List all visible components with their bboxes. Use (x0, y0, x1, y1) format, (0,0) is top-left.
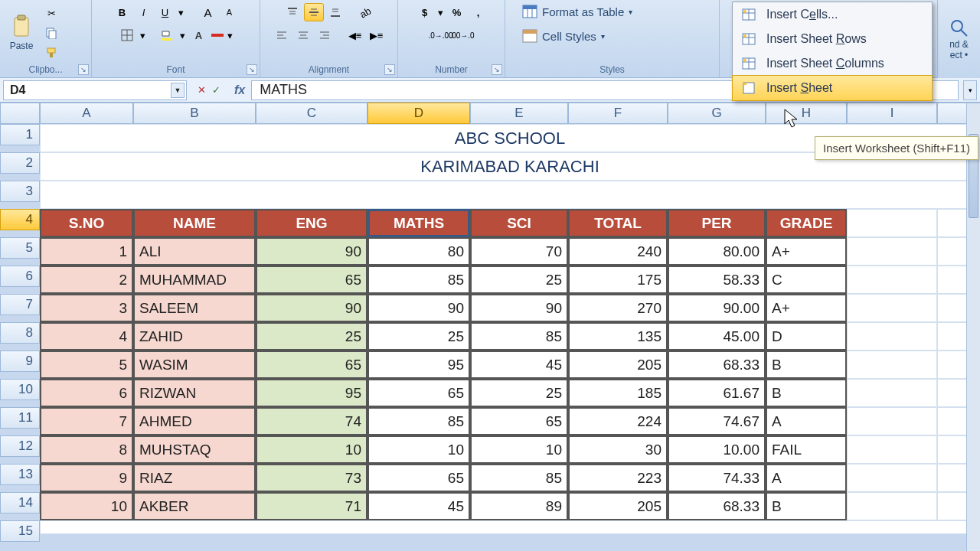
row-header-1[interactable]: 1 (0, 124, 40, 145)
cell-per[interactable]: 10.00 (668, 435, 766, 464)
cell-sci[interactable]: 10 (470, 435, 568, 464)
cell-total[interactable]: 205 (568, 350, 668, 379)
row-header-15[interactable]: 15 (0, 520, 40, 542)
shrink-font-button[interactable]: A (220, 3, 240, 21)
cell-per[interactable]: 61.67 (668, 379, 766, 407)
cell-eng[interactable]: 73 (256, 464, 368, 492)
copy-button[interactable] (41, 24, 61, 42)
align-center-button[interactable] (293, 26, 313, 44)
fx-button[interactable]: fx (228, 83, 251, 97)
table-header-s.no[interactable]: S.NO (40, 209, 133, 237)
cell-total[interactable]: 185 (568, 379, 668, 407)
cell-grade[interactable]: A (766, 464, 847, 492)
cell-sci[interactable]: 45 (470, 350, 568, 379)
cell-sno[interactable]: 8 (40, 435, 133, 464)
cell-eng[interactable]: 71 (256, 492, 368, 520)
select-all-corner[interactable] (0, 103, 40, 124)
cell-sno[interactable]: 2 (40, 266, 133, 294)
name-box-dropdown[interactable]: ▼ (171, 83, 185, 98)
row-header-11[interactable]: 11 (0, 407, 40, 429)
percent-button[interactable]: % (447, 3, 467, 21)
row-header-13[interactable]: 13 (0, 464, 40, 485)
cell-total[interactable]: 135 (568, 322, 668, 350)
cut-button[interactable]: ✂ (41, 4, 61, 22)
table-header-grade[interactable]: GRADE (766, 209, 847, 237)
row-header-10[interactable]: 10 (0, 379, 40, 400)
cell-name[interactable]: MUHSTAQ (133, 435, 256, 464)
row-header-5[interactable]: 5 (0, 237, 40, 259)
menu-item-insert-3[interactable]: Insert Sheet (732, 75, 933, 101)
cell-sci[interactable]: 85 (470, 322, 568, 350)
cell-per[interactable]: 68.33 (668, 350, 766, 379)
row-header-9[interactable]: 9 (0, 350, 40, 372)
accept-formula-button[interactable]: ✓ (212, 84, 220, 96)
column-header-G[interactable]: G (668, 103, 766, 124)
cell-maths[interactable]: 45 (368, 492, 470, 520)
cell-name[interactable]: MUHAMMAD (133, 266, 256, 294)
borders-dropdown[interactable]: ▾ (139, 26, 148, 44)
cell-sci[interactable]: 25 (470, 266, 568, 294)
table-header-sci[interactable]: SCI (470, 209, 568, 237)
cell-grade[interactable]: C (766, 266, 847, 294)
increase-decimal-button[interactable]: .0→.00 (431, 26, 451, 44)
menu-item-insert-1[interactable]: Insert Sheet Rows (733, 27, 932, 51)
font-color-swatch[interactable] (211, 26, 224, 44)
fill-color-dropdown[interactable]: ▾ (178, 26, 188, 44)
cell-grade[interactable]: B (766, 379, 847, 407)
cell-eng[interactable]: 90 (256, 237, 368, 266)
cell-eng[interactable]: 95 (256, 379, 368, 407)
formula-bar-expand[interactable]: ▾ (963, 80, 977, 100)
cell-maths[interactable]: 90 (368, 294, 470, 322)
cell-maths[interactable]: 95 (368, 350, 470, 379)
column-header-E[interactable]: E (470, 103, 568, 124)
cell-sno[interactable]: 1 (40, 237, 133, 266)
underline-button[interactable]: U (155, 3, 175, 21)
row-header-14[interactable]: 14 (0, 492, 40, 514)
cell-per[interactable]: 58.33 (668, 266, 766, 294)
cell-grade[interactable]: B (766, 350, 847, 379)
dialog-launcher-clipboard[interactable]: ↘ (78, 64, 89, 75)
cell-grade[interactable]: A+ (766, 294, 847, 322)
cell-styles-button[interactable]: Cell Styles ▾ (518, 28, 609, 44)
format-as-table-button[interactable]: Format as Table ▾ (518, 3, 637, 20)
cell-maths[interactable]: 10 (368, 435, 470, 464)
cell-maths[interactable]: 80 (368, 237, 470, 266)
row-header-8[interactable]: 8 (0, 322, 40, 344)
column-header-B[interactable]: B (133, 103, 256, 124)
name-box[interactable]: D4 ▼ (3, 80, 187, 100)
cell-per[interactable]: 45.00 (668, 322, 766, 350)
cell-name[interactable]: AHMED (133, 407, 256, 435)
cell-name[interactable]: WASIM (133, 350, 256, 379)
cell-sno[interactable]: 5 (40, 350, 133, 379)
currency-dropdown[interactable]: ▾ (436, 3, 446, 21)
column-header-I[interactable]: I (847, 103, 937, 124)
cell-sno[interactable]: 9 (40, 464, 133, 492)
decrease-decimal-button[interactable]: .00→.0 (452, 26, 472, 44)
cell-name[interactable]: SALEEM (133, 294, 256, 322)
row-header-3[interactable]: 3 (0, 181, 40, 202)
cell-eng[interactable]: 65 (256, 266, 368, 294)
cell-eng[interactable]: 74 (256, 407, 368, 435)
table-header-eng[interactable]: ENG (256, 209, 368, 237)
cell-total[interactable]: 270 (568, 294, 668, 322)
grow-font-button[interactable]: A (198, 3, 218, 21)
column-header-D[interactable]: D (368, 103, 470, 124)
cell-per[interactable]: 74.67 (668, 407, 766, 435)
row-header-6[interactable]: 6 (0, 266, 40, 287)
menu-item-insert-2[interactable]: Insert Sheet Columns (733, 51, 932, 76)
cell-sci[interactable]: 89 (470, 492, 568, 520)
worksheet-grid[interactable]: ABCDEFGHI1ABC SCHOOL2KARIMABAD KARACHI34… (0, 103, 980, 542)
format-painter-button[interactable] (41, 44, 61, 62)
cell-maths[interactable]: 85 (368, 266, 470, 294)
decrease-indent-button[interactable]: ◀≡ (345, 26, 365, 44)
column-header-H[interactable]: H (766, 103, 847, 124)
dialog-launcher-font[interactable]: ↘ (247, 64, 257, 75)
currency-button[interactable]: $ (415, 3, 435, 21)
cell-total[interactable]: 30 (568, 435, 668, 464)
cell-per[interactable]: 68.33 (668, 492, 766, 520)
align-middle-button[interactable] (304, 3, 324, 21)
vertical-scrollbar[interactable] (966, 103, 980, 551)
cell-sci[interactable]: 70 (470, 237, 568, 266)
dialog-launcher-number[interactable]: ↘ (492, 64, 502, 75)
cell-grade[interactable]: D (766, 322, 847, 350)
